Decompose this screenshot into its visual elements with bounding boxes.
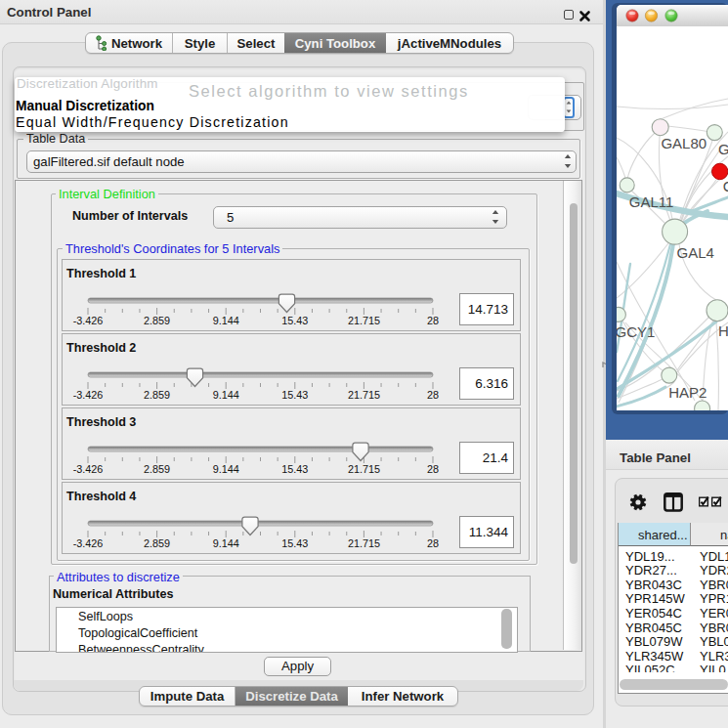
svg-text:9.144: 9.144 xyxy=(213,463,239,475)
svg-text:15.43: 15.43 xyxy=(281,463,308,475)
svg-text:2.859: 2.859 xyxy=(144,315,170,326)
svg-text:C: C xyxy=(723,178,728,194)
svg-text:GAL80: GAL80 xyxy=(661,135,707,151)
svg-text:21.715: 21.715 xyxy=(348,389,380,401)
svg-text:9.144: 9.144 xyxy=(213,389,239,401)
svg-text:28: 28 xyxy=(427,537,439,549)
svg-text:-3.426: -3.426 xyxy=(73,389,104,401)
svg-text:GA: GA xyxy=(718,141,728,157)
svg-text:2.859: 2.859 xyxy=(144,463,170,475)
svg-text:15.43: 15.43 xyxy=(281,315,308,326)
svg-text:2.859: 2.859 xyxy=(144,537,170,549)
svg-text:GCY1: GCY1 xyxy=(617,323,655,340)
svg-text:21.715: 21.715 xyxy=(348,537,380,549)
svg-text:28: 28 xyxy=(427,463,439,475)
svg-text:9.144: 9.144 xyxy=(213,537,239,549)
svg-text:9.144: 9.144 xyxy=(213,315,239,326)
svg-text:-3.426: -3.426 xyxy=(73,463,104,475)
svg-text:-3.426: -3.426 xyxy=(73,315,104,326)
svg-text:21.715: 21.715 xyxy=(348,463,380,475)
svg-text:28: 28 xyxy=(427,389,439,401)
svg-text:15.43: 15.43 xyxy=(281,537,308,549)
svg-text:GAL4: GAL4 xyxy=(677,244,714,261)
svg-text:H: H xyxy=(718,322,728,339)
svg-text:GAL11: GAL11 xyxy=(629,193,674,210)
svg-text:2.859: 2.859 xyxy=(144,389,170,401)
svg-text:-3.426: -3.426 xyxy=(73,537,104,549)
svg-text:21.715: 21.715 xyxy=(348,315,380,326)
svg-text:28: 28 xyxy=(427,315,439,326)
svg-text:15.43: 15.43 xyxy=(281,389,308,401)
svg-text:HAP2: HAP2 xyxy=(668,384,707,401)
